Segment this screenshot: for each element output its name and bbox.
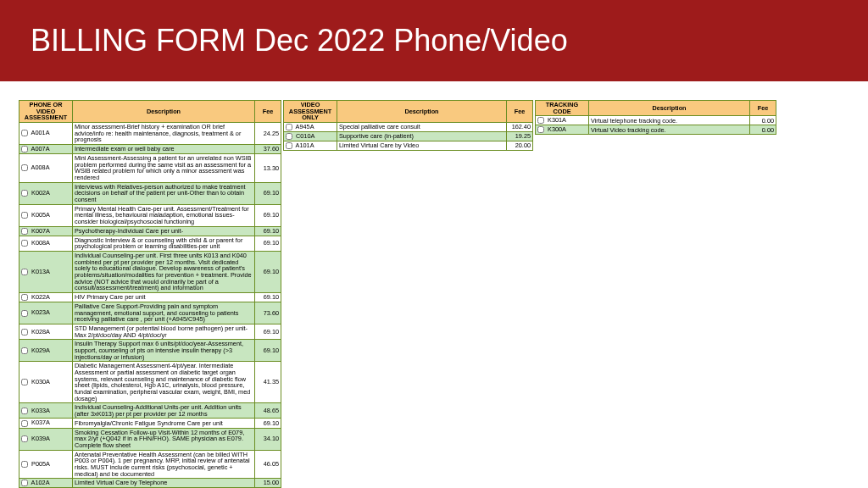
row-checkbox[interactable] <box>286 124 292 130</box>
code-cell: K300A <box>536 125 589 135</box>
description-cell: Virtual Video tracking code. <box>589 125 750 135</box>
row-checkbox[interactable] <box>21 269 28 275</box>
column-header: Description <box>589 101 750 116</box>
description-cell: Minor assessment-Brief history + examina… <box>73 122 255 144</box>
row-checkbox[interactable] <box>21 420 28 427</box>
description-cell: Individual Counseling-per unit. First th… <box>73 251 255 292</box>
row-checkbox[interactable] <box>21 480 28 486</box>
fee-cell: 46.05 <box>255 450 281 479</box>
code-label: K033A <box>30 407 50 414</box>
description-cell: Diagnostic Interview & or counseling wit… <box>73 236 255 251</box>
fee-cell: 69.10 <box>255 292 281 302</box>
code-label: K023A <box>30 308 50 316</box>
row-checkbox[interactable] <box>21 146 28 152</box>
fee-cell: 41.35 <box>255 362 281 403</box>
description-cell: STD Management (or potential blood borne… <box>73 324 255 339</box>
column-header: VIDEO ASSESSMENT ONLY <box>284 101 337 123</box>
code-label: A007A <box>30 145 50 152</box>
row-checkbox[interactable] <box>21 212 28 219</box>
table-row: K301AVirtual telephone tracking code.0.0… <box>536 116 776 125</box>
description-cell: Interviews with Relatives-person authori… <box>73 182 255 204</box>
table-row: A102ALimited Virtual Care by Telephone15… <box>19 479 281 488</box>
code-cell: A101A <box>284 141 337 151</box>
row-checkbox[interactable] <box>286 142 292 149</box>
description-cell: Fibromyalgia/Chronic Fatigue Syndrome Ca… <box>73 419 255 428</box>
fee-cell: 69.10 <box>255 236 281 251</box>
row-checkbox[interactable] <box>21 329 28 336</box>
row-checkbox[interactable] <box>286 133 292 140</box>
code-label: K008A <box>30 239 50 247</box>
description-cell: Primary Mental Health Care-per unit. Ass… <box>73 204 255 226</box>
code-cell: A945A <box>284 122 337 131</box>
code-cell: K008A <box>19 236 73 251</box>
code-cell: A001A <box>19 122 73 144</box>
column-header: Description <box>73 101 255 123</box>
table-row: K033AIndividual Counseling-Additional Un… <box>19 403 281 419</box>
code-label: K002A <box>30 189 50 197</box>
row-checkbox[interactable] <box>21 240 28 247</box>
row-checkbox[interactable] <box>21 190 28 197</box>
code-label: A008A <box>30 164 50 171</box>
column-header: Description <box>337 101 507 123</box>
video-only-table: VIDEO ASSESSMENT ONLYDescriptionFee A945… <box>283 100 533 151</box>
column-header: TRACKING CODE <box>536 101 589 116</box>
code-cell: K022A <box>19 292 73 302</box>
fee-cell: 24.25 <box>255 122 281 144</box>
row-checkbox[interactable] <box>21 461 28 468</box>
fee-cell: 13.30 <box>255 154 281 183</box>
code-cell: K033A <box>19 403 73 419</box>
tracking-code-table: TRACKING CODEDescriptionFee K301AVirtual… <box>535 100 776 135</box>
code-cell: K005A <box>19 204 73 226</box>
page-title: BILLING FORM Dec 2022 Phone/Video <box>31 23 568 58</box>
fee-cell: 69.10 <box>255 419 281 428</box>
table-row: A007AIntermediate exam or well baby care… <box>19 144 281 153</box>
phone-or-video-table: PHONE OR VIDEO ASSESSMENTDescriptionFee … <box>19 100 281 488</box>
code-cell: K039A <box>19 428 73 450</box>
table-row: K300AVirtual Video tracking code.0.00 <box>536 125 776 135</box>
description-cell: Psychotherapy-Individual Care per unit- <box>73 226 255 236</box>
code-label: K039A <box>30 435 50 442</box>
row-checkbox[interactable] <box>537 117 544 124</box>
fee-cell: 34.10 <box>255 428 281 450</box>
row-checkbox[interactable] <box>21 408 28 414</box>
description-cell: Insulin Therapy Support max 6 units/pt/d… <box>73 340 255 362</box>
code-cell: A008A <box>19 154 73 183</box>
row-checkbox[interactable] <box>21 130 28 136</box>
column-header: Fee <box>750 101 776 116</box>
description-cell: Mini Assessment-Assessing a patient for … <box>73 154 255 183</box>
description-cell: Limited Virtual Care by Telephone <box>73 479 255 488</box>
table-row: A945ASpecial palliative care consult162.… <box>284 122 533 131</box>
table-row: K005APrimary Mental Health Care-per unit… <box>19 204 281 226</box>
table-row: K007APsychotherapy-Individual Care per u… <box>19 226 281 236</box>
row-checkbox[interactable] <box>537 126 544 133</box>
table-row: K002AInterviews with Relatives-person au… <box>19 182 281 204</box>
table-row: A001AMinor assessment-Brief history + ex… <box>19 122 281 144</box>
code-label: A102A <box>30 479 50 486</box>
table-row: K029AInsulin Therapy Support max 6 units… <box>19 340 281 362</box>
row-checkbox[interactable] <box>21 347 28 354</box>
fee-cell: 69.10 <box>255 251 281 292</box>
code-cell: K028A <box>19 324 73 339</box>
column-header: Fee <box>507 101 533 123</box>
row-checkbox[interactable] <box>21 228 28 235</box>
description-cell: Palliative Care Support-Providing pain a… <box>73 302 255 324</box>
fee-cell: 73.60 <box>255 302 281 324</box>
code-label: K029A <box>30 347 50 354</box>
fee-cell: 37.60 <box>255 144 281 153</box>
description-cell: Intermediate exam or well baby care <box>73 144 255 153</box>
row-checkbox[interactable] <box>21 294 28 301</box>
table-row: P005AAntenatal Preventative Health Asses… <box>19 450 281 479</box>
row-checkbox[interactable] <box>21 435 28 442</box>
row-checkbox[interactable] <box>21 379 28 385</box>
fee-cell: 48.65 <box>255 403 281 419</box>
fee-cell: 69.10 <box>255 324 281 339</box>
row-checkbox[interactable] <box>21 164 28 171</box>
row-checkbox[interactable] <box>21 310 28 317</box>
description-cell: Diabetic Management Assessment-4/pt/year… <box>73 362 255 403</box>
code-cell: K013A <box>19 251 73 292</box>
table-row: K008ADiagnostic Interview & or counselin… <box>19 236 281 251</box>
code-label: K028A <box>30 328 50 336</box>
fee-cell: 15.00 <box>255 479 281 488</box>
code-cell: A007A <box>19 144 73 153</box>
code-cell: C010A <box>284 132 337 141</box>
